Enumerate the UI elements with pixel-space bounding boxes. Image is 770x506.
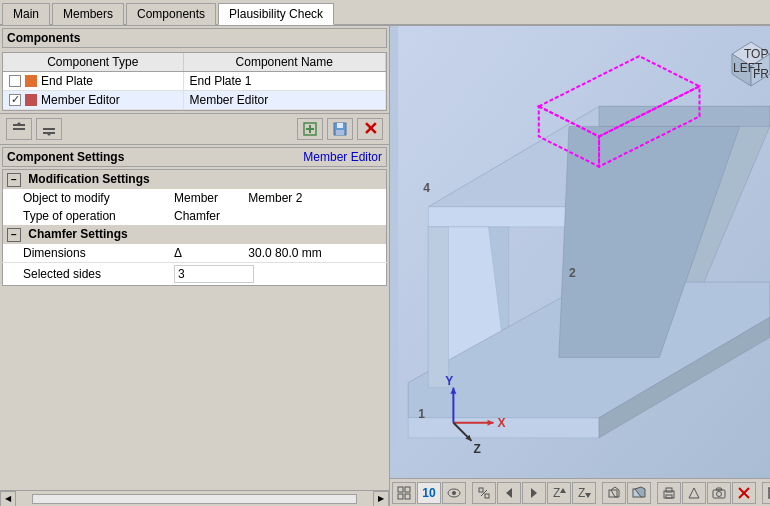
move-down-button[interactable] — [36, 118, 62, 140]
camera-btn[interactable] — [707, 482, 731, 504]
row2-type: Member Editor — [41, 93, 120, 107]
dimensions-input-cell: 30.0 80.0 mm — [244, 244, 374, 263]
left-panel: Components Component Type Component Name — [0, 26, 390, 506]
svg-rect-45 — [398, 487, 403, 492]
grid-button[interactable] — [392, 482, 416, 504]
row2-color — [25, 94, 37, 106]
delete-button[interactable]: ✕ — [357, 118, 383, 140]
svg-marker-55 — [531, 488, 537, 498]
square-btn[interactable] — [762, 482, 770, 504]
svg-text:1: 1 — [418, 407, 425, 421]
scrollbar-track[interactable] — [32, 494, 357, 504]
chamfer-section-row: − Chamfer Settings — [3, 225, 387, 244]
fit-button[interactable] — [472, 482, 496, 504]
viewport-toolbar: 10 Z Z — [390, 478, 770, 506]
svg-rect-3 — [43, 128, 55, 130]
row1-checkbox[interactable] — [9, 75, 21, 87]
tab-members[interactable]: Members — [52, 3, 124, 25]
tab-plausibility[interactable]: Plausibility Check — [218, 3, 334, 25]
save-button[interactable] — [327, 118, 353, 140]
svg-text:2: 2 — [569, 266, 576, 280]
scroll-left-arrow[interactable]: ◀ — [0, 491, 16, 507]
collapse-chamfer-icon[interactable]: − — [7, 228, 21, 242]
sides-row: Selected sides — [3, 263, 387, 286]
modification-section-label: Modification Settings — [28, 172, 149, 186]
number-btn[interactable]: 10 — [417, 482, 441, 504]
row1-color — [25, 75, 37, 87]
settings-table: − Modification Settings Object to modify… — [2, 169, 387, 286]
prev-btn[interactable] — [682, 482, 706, 504]
scroll-right-arrow[interactable]: ▶ — [373, 491, 389, 507]
svg-text:TOP: TOP — [744, 47, 768, 61]
svg-line-53 — [481, 490, 487, 496]
z-up-btn[interactable]: Z — [547, 482, 571, 504]
eye-button[interactable] — [442, 482, 466, 504]
svg-marker-61 — [611, 487, 619, 497]
svg-text:4: 4 — [423, 181, 430, 195]
row2-checkbox[interactable]: ✓ — [9, 94, 21, 106]
settings-component-name: Member Editor — [303, 150, 382, 164]
components-toolbar: ✕ — [0, 113, 389, 145]
settings-title: Component Settings — [7, 150, 124, 164]
modification-section-row: − Modification Settings — [3, 170, 387, 190]
navigation-cube[interactable]: TOP LEFT FR — [722, 34, 770, 92]
svg-marker-67 — [689, 488, 699, 498]
cross-btn[interactable] — [732, 482, 756, 504]
add-button[interactable] — [297, 118, 323, 140]
svg-text:Z: Z — [473, 442, 481, 456]
svg-marker-59 — [585, 493, 591, 498]
svg-rect-46 — [405, 487, 410, 492]
right-panel: 1 2 4 X Y Z — [390, 26, 770, 506]
dimensions-delta: Δ — [170, 244, 244, 263]
arrow-right-btn[interactable] — [522, 482, 546, 504]
row2-name: Member Editor — [183, 91, 386, 110]
svg-marker-54 — [506, 488, 512, 498]
type-row: Type of operation Chamfer — [3, 207, 387, 225]
svg-point-69 — [717, 491, 722, 496]
object-value1: Member — [170, 189, 244, 207]
svg-text:Y: Y — [445, 374, 453, 388]
print-btn[interactable] — [657, 482, 681, 504]
table-row[interactable]: End Plate End Plate 1 — [3, 72, 386, 91]
svg-rect-11 — [336, 130, 344, 135]
sides-label: Selected sides — [3, 263, 171, 286]
move-up-button[interactable] — [6, 118, 32, 140]
settings-area: Component Settings Member Editor − Modif… — [0, 145, 389, 490]
sides-input[interactable] — [174, 265, 254, 283]
z-down-btn[interactable]: Z — [572, 482, 596, 504]
dimensions-val2: 80.0 — [275, 246, 298, 260]
main-layout: Components Component Type Component Name — [0, 26, 770, 506]
svg-text:FR: FR — [753, 67, 769, 81]
components-table: Component Type Component Name End Plate — [2, 52, 387, 111]
tab-bar: Main Members Components Plausibility Che… — [0, 0, 770, 26]
chamfer-section-label: Chamfer Settings — [28, 227, 127, 241]
dimensions-row: Dimensions Δ 30.0 80.0 mm — [3, 244, 387, 263]
beam-viewport: 1 2 4 X Y Z — [390, 26, 770, 478]
row1-name: End Plate 1 — [183, 72, 386, 91]
box2-btn[interactable] — [627, 482, 651, 504]
tab-components[interactable]: Components — [126, 3, 216, 25]
svg-rect-52 — [485, 494, 489, 498]
svg-rect-1 — [13, 128, 25, 130]
svg-text:Z: Z — [578, 486, 585, 500]
table-row[interactable]: ✓ Member Editor Member Editor — [3, 91, 386, 110]
svg-rect-10 — [337, 123, 343, 128]
sides-input-cell[interactable] — [170, 263, 386, 286]
bottom-scrollbar[interactable]: ◀ ▶ — [0, 490, 389, 506]
svg-rect-48 — [405, 494, 410, 499]
dimensions-label: Dimensions — [3, 244, 171, 263]
arrow-left-btn[interactable] — [497, 482, 521, 504]
collapse-modification-icon[interactable]: − — [7, 173, 21, 187]
tab-main[interactable]: Main — [2, 3, 50, 25]
svg-text:Z: Z — [553, 486, 560, 500]
components-section-header: Components — [2, 28, 387, 48]
viewport[interactable]: 1 2 4 X Y Z — [390, 26, 770, 478]
settings-header: Component Settings Member Editor — [2, 147, 387, 167]
svg-rect-66 — [666, 495, 672, 498]
svg-marker-22 — [428, 227, 448, 388]
svg-marker-70 — [716, 488, 722, 490]
box1-btn[interactable] — [602, 482, 626, 504]
svg-marker-57 — [560, 488, 566, 493]
dimensions-unit: mm — [302, 246, 322, 260]
object-label: Object to modify — [3, 189, 171, 207]
